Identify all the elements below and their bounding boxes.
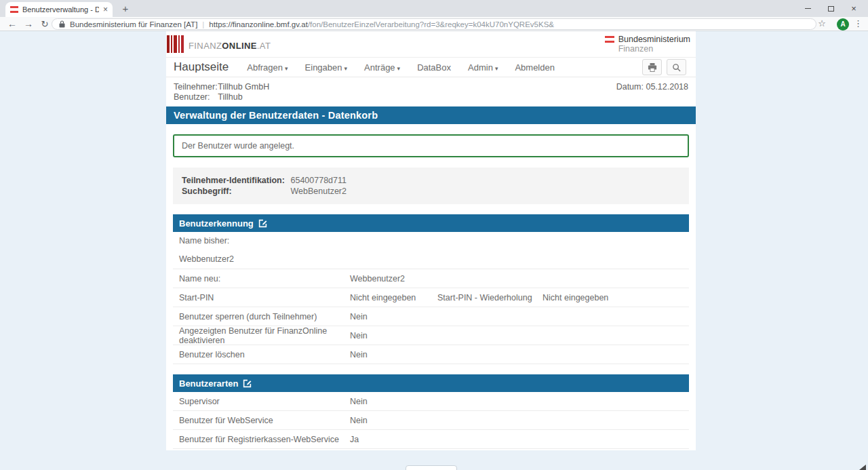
name-bisher-value: Webbenutzer2 bbox=[173, 250, 689, 269]
ministry-logo: Bundesministerium Finanzen bbox=[605, 35, 690, 54]
finanzonline-bars-icon bbox=[167, 35, 184, 53]
ministry-text: Bundesministerium Finanzen bbox=[618, 35, 690, 54]
registrierkassen-webservice-label: Benutzer für Registrierkassen-WebService bbox=[179, 435, 350, 444]
nav-abfragen-label: Abfragen bbox=[247, 62, 283, 73]
benutzer-deaktivieren-label: Angezeigten Benutzer für FinanzOnline de… bbox=[179, 326, 350, 345]
name-neu-value: Webbenutzer2 bbox=[350, 274, 405, 283]
search-icon bbox=[672, 63, 681, 72]
footer-button-cut-off[interactable]: Übersicht bbox=[406, 465, 457, 470]
url-separator: | bbox=[202, 20, 204, 28]
window-maximize-button[interactable] bbox=[819, 0, 842, 17]
benutzerkennung-title: Benutzerkennung bbox=[179, 218, 254, 229]
nav-antraege-label: Anträge bbox=[364, 62, 395, 73]
table-row: Start-PIN Nicht eingegeben Start-PIN - W… bbox=[173, 288, 689, 307]
nav-admin-label: Admin bbox=[468, 62, 493, 73]
benutzerarten-header: Benutzerarten bbox=[173, 374, 689, 392]
printer-icon bbox=[648, 63, 657, 72]
search-button[interactable] bbox=[667, 59, 686, 75]
tab-title: Benutzerverwaltung - Datenkorb bbox=[22, 5, 99, 14]
url-text: https://finanzonline.bmf.gv.at/fon/Benut… bbox=[209, 20, 554, 28]
name-neu-label: Name neu: bbox=[179, 274, 350, 283]
nav-eingaben[interactable]: Eingaben▾ bbox=[305, 62, 347, 73]
nav-abfragen[interactable]: Abfragen▾ bbox=[247, 62, 288, 73]
profile-avatar[interactable]: A bbox=[837, 18, 849, 31]
startpin-value: Nicht eingegeben bbox=[350, 293, 437, 302]
print-button[interactable] bbox=[642, 59, 662, 75]
back-icon[interactable]: ← bbox=[5, 18, 19, 31]
page-title: Verwaltung der Benutzerdaten - Datenkorb bbox=[166, 106, 696, 124]
wordmark-finanz: FINANZ bbox=[189, 41, 222, 51]
edit-icon[interactable] bbox=[258, 219, 267, 228]
table-row: Benutzer für WebService Nein bbox=[173, 411, 689, 430]
caret-down-icon: ▾ bbox=[495, 65, 498, 72]
benutzerkennung-section: Benutzerkennung Name bisher: Webbenutzer… bbox=[173, 214, 689, 364]
bookmark-star-icon[interactable]: ☆ bbox=[818, 18, 826, 28]
benutzerarten-title: Benutzerarten bbox=[179, 378, 238, 389]
caret-down-icon: ▾ bbox=[344, 65, 348, 72]
benutzer-label: Benutzer: bbox=[174, 92, 216, 102]
benutzer-loeschen-value: Nein bbox=[350, 350, 368, 359]
nav-admin[interactable]: Admin▾ bbox=[468, 62, 498, 73]
window-minimize-button[interactable] bbox=[796, 0, 819, 17]
caret-down-icon: ▾ bbox=[285, 65, 288, 72]
caret-down-icon: ▾ bbox=[397, 65, 401, 72]
benutzerkennung-header: Benutzerkennung bbox=[173, 214, 689, 232]
nav-abmelden[interactable]: Abmelden bbox=[515, 62, 555, 73]
success-message: Der Benutzer wurde angelegt. bbox=[173, 134, 689, 157]
table-row: Supervisor Nein bbox=[173, 392, 689, 411]
browser-menu-icon[interactable]: ⋮ bbox=[854, 18, 863, 28]
tab-close-icon[interactable]: × bbox=[103, 5, 108, 14]
registrierkassen-webservice-value: Ja bbox=[350, 435, 359, 444]
address-bar[interactable]: Bundesministerium für Finanzen [AT] | ht… bbox=[52, 18, 816, 30]
table-row: Benutzer löschen Nein bbox=[173, 345, 689, 364]
browser-tab[interactable]: Benutzerverwaltung - Datenkorb × bbox=[5, 2, 113, 17]
browser-tab-strip: Benutzerverwaltung - Datenkorb × + × bbox=[0, 0, 868, 17]
benutzer-loeschen-label: Benutzer löschen bbox=[179, 350, 350, 359]
ministry-line1: Bundesministerium bbox=[618, 35, 690, 44]
edit-icon[interactable] bbox=[243, 379, 252, 388]
site-identity-label: Bundesministerium für Finanzen [AT] bbox=[70, 20, 197, 28]
nav-hauptseite[interactable]: Hauptseite bbox=[174, 60, 229, 74]
table-row: Name bisher: Webbenutzer2 bbox=[173, 232, 689, 269]
main-navigation: Hauptseite Abfragen▾ Eingaben▾ Anträge▾ … bbox=[166, 58, 696, 77]
page-background: FINANZONLINE.AT Bundesministerium Finanz… bbox=[0, 31, 868, 470]
summary-row: Suchbegriff: WebBenutzer2 bbox=[182, 186, 680, 197]
benutzer-deaktivieren-value: Nein bbox=[350, 331, 368, 340]
window-close-button[interactable]: × bbox=[842, 0, 865, 17]
site-header: FINANZONLINE.AT Bundesministerium Finanz… bbox=[166, 31, 696, 58]
summary-panel: Teilnehmer-Identifikation: 65400778d711 … bbox=[173, 168, 689, 204]
teilnehmer-value: Tillhub GmbH bbox=[218, 82, 269, 92]
webservice-value: Nein bbox=[350, 416, 368, 425]
startpin-label: Start-PIN bbox=[179, 293, 350, 302]
teilnehmer-id-label: Teilnehmer-Identifikation: bbox=[182, 175, 288, 186]
refresh-icon[interactable]: ↻ bbox=[38, 18, 52, 31]
benutzer-row: Benutzer: Tillhub bbox=[174, 92, 696, 102]
supervisor-label: Supervisor bbox=[179, 397, 350, 406]
finanzonline-logo[interactable]: FINANZONLINE.AT bbox=[167, 35, 271, 53]
startpin-wiederholung-value: Nicht eingegeben bbox=[542, 293, 608, 302]
success-message-text: Der Benutzer wurde angelegt. bbox=[182, 141, 294, 151]
new-tab-button[interactable]: + bbox=[119, 3, 132, 15]
austria-flag-favicon bbox=[10, 6, 18, 13]
window-controls: × bbox=[796, 0, 865, 17]
nav-antraege[interactable]: Anträge▾ bbox=[364, 62, 400, 73]
name-bisher-label: Name bisher: bbox=[173, 232, 689, 250]
teilnehmer-id-value: 65400778d711 bbox=[290, 176, 347, 185]
benutzerarten-section: Benutzerarten Supervisor Nein Benutzer f… bbox=[173, 374, 689, 449]
scroll-down-icon[interactable] bbox=[859, 465, 866, 470]
webservice-label: Benutzer für WebService bbox=[179, 416, 350, 425]
ministry-line2: Finanzen bbox=[618, 44, 653, 54]
browser-toolbar: ← → ↻ Bundesministerium für Finanzen [AT… bbox=[0, 17, 868, 31]
url-path: /fon/BenutzerEinzelVerarbeitung?rd=3&req… bbox=[308, 20, 554, 28]
table-row: Angezeigten Benutzer für FinanzOnline de… bbox=[173, 326, 689, 345]
nav-databox[interactable]: DataBox bbox=[417, 62, 451, 73]
wordmark-online: ONLINE bbox=[222, 41, 257, 51]
date-display: Datum: 05.12.2018 bbox=[616, 82, 688, 92]
benutzer-value: Tillhub bbox=[218, 92, 242, 102]
benutzer-sperren-label: Benutzer sperren (durch Teilnehmer) bbox=[179, 312, 350, 321]
url-domain: https://finanzonline.bmf.gv.at bbox=[209, 20, 308, 28]
summary-row: Teilnehmer-Identifikation: 65400778d711 bbox=[182, 175, 680, 186]
lock-icon bbox=[59, 20, 65, 28]
startpin-wiederholung-label: Start-PIN - Wiederholung bbox=[437, 293, 542, 302]
forward-icon[interactable]: → bbox=[22, 18, 35, 31]
